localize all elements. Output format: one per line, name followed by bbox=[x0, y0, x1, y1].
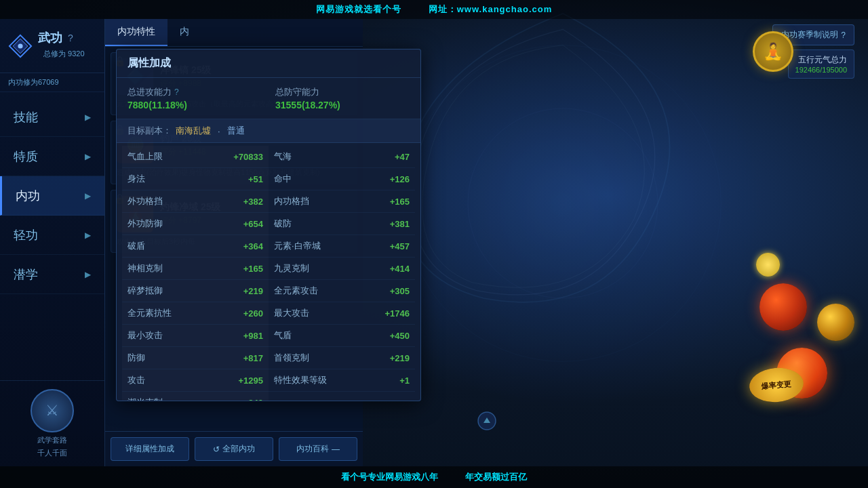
bottom-banner: 看个号专业网易游戏八年 年交易额过百亿 bbox=[0, 466, 868, 488]
attr-row-right-5: 九灵克制+414 bbox=[269, 258, 415, 280]
attr-summary: 总进攻能力 ? 7880(11.18%) 总防守能力 31555(18.27%) bbox=[117, 78, 420, 119]
avatar-sublabel: 千人千面 bbox=[37, 448, 67, 458]
orb-red bbox=[760, 283, 807, 331]
target-dot: · bbox=[218, 126, 220, 136]
attr-panel: 属性加成 总进攻能力 ? 7880(11.18%) 总防守能力 31555(18… bbox=[116, 49, 421, 401]
attack-summary: 总进攻能力 ? 7880(11.18%) bbox=[127, 86, 262, 110]
attr-row-right-7: 最大攻击+1746 bbox=[269, 302, 415, 325]
attr-row-right-10: 特性效果等级+1 bbox=[269, 369, 415, 392]
attr-row-left-7: 全元素抗性+260 bbox=[122, 302, 269, 325]
left-sidebar: 武功 ? 总修为 9320 内功修为67069 技能 ▶ 特质 ▶ 内功 ▶ 轻… bbox=[0, 19, 105, 466]
attr-row-right-11 bbox=[269, 392, 415, 401]
attr-row-left-3: 外功防御+654 bbox=[122, 213, 269, 235]
defense-summary: 总防守能力 31555(18.27%) bbox=[275, 86, 410, 110]
top-right-info: 内功赛季制说明 ? 🧘 五行元气总力 192466/195000 bbox=[772, 24, 854, 79]
avatar-label: 武学套路 bbox=[37, 435, 67, 445]
wuxing-title: 五行元气总力 bbox=[795, 54, 847, 66]
attr-row-left-1: 身法+51 bbox=[122, 168, 269, 190]
nav-arrow-light: ▶ bbox=[85, 230, 91, 240]
burst-label[interactable]: 爆率变更 bbox=[748, 366, 805, 405]
spark-orb bbox=[756, 253, 780, 277]
logo-icon bbox=[8, 34, 33, 58]
skill-panel-bottom: 详细属性加成 ↺ 全部内功 内功百科 — bbox=[105, 431, 363, 466]
attr-grid: 气血上限+70833气海+47身法+51命中+126外功格挡+382内功格挡+1… bbox=[117, 143, 420, 401]
attr-row-left-11: 潮光克制+249 bbox=[122, 392, 269, 401]
top-banner-text1: 网易游戏就选看个号 bbox=[316, 3, 401, 16]
attr-row-right-9: 首领克制+219 bbox=[269, 347, 415, 369]
attr-title: 属性加成 bbox=[127, 56, 171, 70]
attr-row-right-2: 内功格挡+165 bbox=[269, 190, 415, 213]
attr-scroll[interactable]: 气血上限+70833气海+47身法+51命中+126外功格挡+382内功格挡+1… bbox=[117, 143, 420, 401]
season-question[interactable]: ? bbox=[841, 30, 846, 40]
attr-row-left-6: 碎梦抵御+219 bbox=[122, 280, 269, 302]
inner-wiki-btn[interactable]: 内功百科 — bbox=[279, 437, 357, 461]
sidebar-item-hidden[interactable]: 潜学 ▶ bbox=[0, 255, 104, 294]
season-btn-label: 内功赛季制说明 bbox=[781, 29, 838, 41]
avatar-badge: 🧘 bbox=[753, 31, 793, 72]
attack-label: 总进攻能力 ? bbox=[127, 86, 262, 98]
nav-items: 技能 ▶ 特质 ▶ 内功 ▶ 轻功 ▶ 潜学 ▶ bbox=[0, 92, 104, 380]
attr-row-right-6: 全元素攻击+305 bbox=[269, 280, 415, 302]
attr-row-right-3: 破防+381 bbox=[269, 213, 415, 235]
total-cultivation: 总修为 9320 bbox=[38, 46, 90, 62]
attr-row-left-0: 气血上限+70833 bbox=[122, 146, 269, 168]
target-name: 南海乱墟 bbox=[176, 125, 211, 137]
all-inner-icon: ↺ bbox=[213, 445, 220, 454]
attr-row-right-0: 气海+47 bbox=[269, 146, 415, 168]
nav-arrow-skills: ▶ bbox=[85, 113, 91, 122]
attr-row-left-8: 最小攻击+981 bbox=[122, 325, 269, 347]
orb-gold bbox=[817, 304, 854, 341]
tab-other[interactable]: 内 bbox=[167, 19, 201, 46]
detail-btn[interactable]: 详细属性加成 bbox=[111, 437, 189, 461]
attr-target: 目标副本： 南海乱墟 · 普通 bbox=[117, 119, 420, 143]
attack-value: 7880(11.18%) bbox=[127, 100, 262, 110]
attr-row-right-8: 气盾+450 bbox=[269, 325, 415, 347]
wuxing-value: 192466/195000 bbox=[795, 66, 847, 74]
nav-arrow-hidden: ▶ bbox=[85, 270, 91, 279]
sidebar-item-label-traits: 特质 bbox=[14, 148, 38, 165]
svg-point-5 bbox=[18, 43, 22, 48]
bottom-banner-text1: 看个号专业网易游戏八年 bbox=[341, 471, 438, 483]
wuxing-info: 五行元气总力 192466/195000 bbox=[788, 49, 854, 79]
bottom-banner-text2: 年交易额过百亿 bbox=[465, 471, 527, 483]
top-banner-text2: 网址：www.kangchao.com bbox=[429, 3, 553, 16]
defense-value: 31555(18.27%) bbox=[275, 100, 410, 110]
nav-arrow-traits: ▶ bbox=[85, 152, 91, 161]
top-banner: 网易游戏就选看个号 网址：www.kangchao.com bbox=[0, 0, 868, 19]
tab-inner-traits[interactable]: 内功特性 bbox=[105, 19, 167, 46]
logo-title: 武功 bbox=[38, 30, 62, 46]
attr-row-right-1: 命中+126 bbox=[269, 168, 415, 190]
all-inner-label: 全部内功 bbox=[222, 443, 255, 455]
tab-bar: 内功特性 内 bbox=[105, 19, 363, 47]
inner-wiki-label: 内功百科 bbox=[296, 443, 329, 455]
attr-row-left-9: 防御+817 bbox=[122, 347, 269, 369]
attr-header: 属性加成 bbox=[117, 49, 420, 78]
avatar-circle[interactable]: ⚔ bbox=[31, 389, 74, 432]
sidebar-item-label-inner: 内功 bbox=[16, 188, 40, 204]
attr-row-left-4: 破盾+364 bbox=[122, 235, 269, 258]
nav-arrow-inner: ▶ bbox=[85, 191, 91, 201]
logo-question[interactable]: ? bbox=[68, 33, 73, 43]
sidebar-item-label-skills: 技能 bbox=[14, 109, 38, 125]
sidebar-item-skills[interactable]: 技能 ▶ bbox=[0, 98, 104, 137]
sidebar-item-inner[interactable]: 内功 ▶ bbox=[0, 176, 104, 216]
main-area: 内功特性 内 🔷 淬锋镐 25级 评分 +8988 元素伤害提高5%， bbox=[105, 19, 868, 466]
sidebar-item-label-hidden: 潜学 bbox=[14, 266, 38, 283]
scroll-indicator bbox=[477, 411, 497, 434]
logo-area: 武功 ? 总修为 9320 bbox=[0, 19, 104, 73]
defense-label: 总防守能力 bbox=[275, 86, 410, 98]
bottom-nav: ⚔ 武学套路 千人千面 bbox=[0, 380, 104, 466]
target-label: 目标副本： bbox=[127, 125, 172, 137]
attr-row-left-2: 外功格挡+382 bbox=[122, 190, 269, 213]
target-type: 普通 bbox=[227, 125, 245, 137]
sidebar-item-light[interactable]: 轻功 ▶ bbox=[0, 216, 104, 255]
sidebar-item-label-light: 轻功 bbox=[14, 227, 38, 243]
attr-row-left-5: 神相克制+165 bbox=[122, 258, 269, 280]
sidebar-item-traits[interactable]: 特质 ▶ bbox=[0, 137, 104, 176]
attack-question[interactable]: ? bbox=[174, 87, 179, 97]
inner-cultivation: 内功修为67069 bbox=[0, 73, 104, 92]
attr-row-left-10: 攻击+1295 bbox=[122, 369, 269, 392]
all-inner-btn[interactable]: ↺ 全部内功 bbox=[195, 437, 273, 461]
inner-wiki-dash: — bbox=[332, 445, 340, 454]
detail-btn-label: 详细属性加成 bbox=[125, 443, 174, 455]
